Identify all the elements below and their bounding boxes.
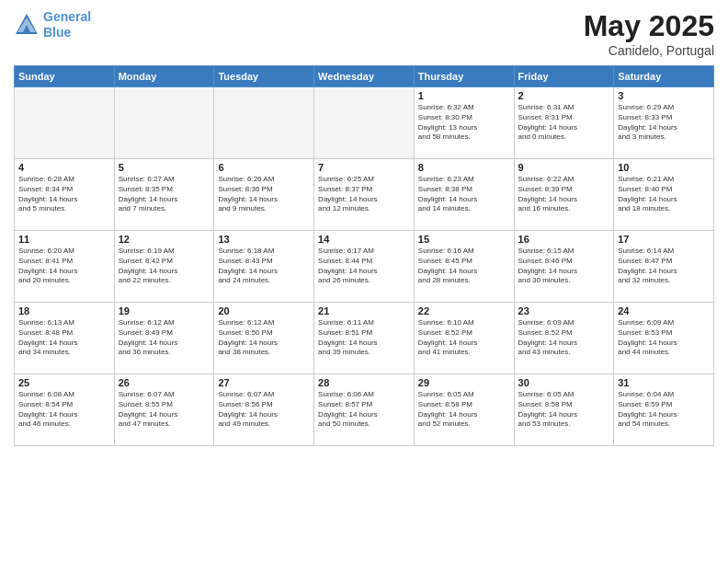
day-number: 17 (618, 234, 710, 245)
cell-info: Sunrise: 6:32 AMSunset: 8:30 PMDaylight:… (418, 103, 510, 143)
day-number: 26 (119, 377, 210, 388)
day-number: 18 (18, 305, 110, 316)
day-number: 20 (218, 305, 310, 316)
calendar-cell (114, 87, 214, 159)
calendar-cell: 22Sunrise: 6:10 AMSunset: 8:52 PMDayligh… (414, 303, 514, 374)
week-row-5: 25Sunrise: 6:08 AMSunset: 8:54 PMDayligh… (15, 374, 714, 446)
cell-info: Sunrise: 6:16 AMSunset: 8:45 PMDaylight:… (418, 247, 510, 286)
weekday-header-monday: Monday (114, 66, 214, 87)
calendar-cell: 5Sunrise: 6:27 AMSunset: 8:35 PMDaylight… (114, 159, 214, 231)
main-title: May 2025 (584, 9, 714, 43)
calendar-cell: 21Sunrise: 6:11 AMSunset: 8:51 PMDayligh… (314, 303, 415, 374)
calendar-cell: 23Sunrise: 6:09 AMSunset: 8:52 PMDayligh… (514, 303, 614, 374)
calendar-cell: 4Sunrise: 6:28 AMSunset: 8:34 PMDaylight… (15, 159, 115, 231)
subtitle: Canidelo, Portugal (584, 43, 714, 58)
day-number: 15 (418, 234, 510, 245)
cell-info: Sunrise: 6:12 AMSunset: 8:49 PMDaylight:… (119, 318, 210, 358)
calendar-table: SundayMondayTuesdayWednesdayThursdayFrid… (14, 65, 714, 446)
calendar-cell (15, 87, 115, 159)
weekday-header-row: SundayMondayTuesdayWednesdayThursdayFrid… (15, 66, 714, 87)
cell-info: Sunrise: 6:10 AMSunset: 8:52 PMDaylight:… (418, 318, 510, 358)
logo-general: General (43, 9, 91, 24)
day-number: 11 (18, 234, 110, 245)
calendar-cell (214, 87, 314, 159)
cell-info: Sunrise: 6:15 AMSunset: 8:46 PMDaylight:… (518, 247, 610, 286)
calendar-cell: 2Sunrise: 6:31 AMSunset: 8:31 PMDaylight… (514, 87, 614, 159)
day-number: 23 (518, 305, 610, 316)
cell-info: Sunrise: 6:18 AMSunset: 8:43 PMDaylight:… (218, 247, 310, 286)
day-number: 8 (418, 162, 510, 173)
day-number: 12 (119, 234, 210, 245)
cell-info: Sunrise: 6:19 AMSunset: 8:42 PMDaylight:… (119, 247, 210, 286)
calendar-cell (314, 87, 415, 159)
title-block: May 2025 Canidelo, Portugal (584, 9, 714, 58)
calendar-cell: 26Sunrise: 6:07 AMSunset: 8:55 PMDayligh… (114, 374, 214, 446)
day-number: 13 (218, 234, 310, 245)
logo-icon (14, 12, 40, 38)
logo-blue: Blue (43, 25, 91, 40)
calendar-cell: 13Sunrise: 6:18 AMSunset: 8:43 PMDayligh… (214, 231, 314, 303)
calendar-cell: 28Sunrise: 6:06 AMSunset: 8:57 PMDayligh… (314, 374, 415, 446)
day-number: 4 (18, 162, 110, 173)
page-container: General Blue May 2025 Canidelo, Portugal… (0, 0, 728, 563)
cell-info: Sunrise: 6:29 AMSunset: 8:33 PMDaylight:… (618, 103, 710, 143)
cell-info: Sunrise: 6:06 AMSunset: 8:57 PMDaylight:… (318, 390, 410, 430)
calendar-cell: 25Sunrise: 6:08 AMSunset: 8:54 PMDayligh… (15, 374, 115, 446)
cell-info: Sunrise: 6:05 AMSunset: 8:58 PMDaylight:… (518, 390, 610, 430)
cell-info: Sunrise: 6:22 AMSunset: 8:39 PMDaylight:… (518, 175, 610, 214)
calendar-cell: 31Sunrise: 6:04 AMSunset: 8:59 PMDayligh… (614, 374, 714, 446)
weekday-header-friday: Friday (514, 66, 614, 87)
calendar-cell: 10Sunrise: 6:21 AMSunset: 8:40 PMDayligh… (614, 159, 714, 231)
day-number: 10 (618, 162, 710, 173)
cell-info: Sunrise: 6:27 AMSunset: 8:35 PMDaylight:… (119, 175, 210, 214)
calendar-cell: 7Sunrise: 6:25 AMSunset: 8:37 PMDaylight… (314, 159, 415, 231)
day-number: 24 (618, 305, 710, 316)
day-number: 6 (218, 162, 310, 173)
calendar-cell: 19Sunrise: 6:12 AMSunset: 8:49 PMDayligh… (114, 303, 214, 374)
week-row-3: 11Sunrise: 6:20 AMSunset: 8:41 PMDayligh… (15, 231, 714, 303)
cell-info: Sunrise: 6:28 AMSunset: 8:34 PMDaylight:… (18, 175, 110, 214)
cell-info: Sunrise: 6:31 AMSunset: 8:31 PMDaylight:… (518, 103, 610, 143)
cell-info: Sunrise: 6:20 AMSunset: 8:41 PMDaylight:… (18, 247, 110, 286)
cell-info: Sunrise: 6:05 AMSunset: 8:58 PMDaylight:… (418, 390, 510, 430)
logo: General Blue (14, 9, 91, 40)
cell-info: Sunrise: 6:04 AMSunset: 8:59 PMDaylight:… (618, 390, 710, 430)
weekday-header-saturday: Saturday (614, 66, 714, 87)
calendar-cell: 29Sunrise: 6:05 AMSunset: 8:58 PMDayligh… (414, 374, 514, 446)
weekday-header-thursday: Thursday (414, 66, 514, 87)
day-number: 19 (119, 305, 210, 316)
calendar-cell: 24Sunrise: 6:09 AMSunset: 8:53 PMDayligh… (614, 303, 714, 374)
calendar-cell: 11Sunrise: 6:20 AMSunset: 8:41 PMDayligh… (15, 231, 115, 303)
day-number: 1 (418, 90, 510, 101)
cell-info: Sunrise: 6:07 AMSunset: 8:55 PMDaylight:… (119, 390, 210, 430)
cell-info: Sunrise: 6:11 AMSunset: 8:51 PMDaylight:… (318, 318, 410, 358)
day-number: 28 (318, 377, 410, 388)
cell-info: Sunrise: 6:13 AMSunset: 8:48 PMDaylight:… (18, 318, 110, 358)
calendar-cell: 1Sunrise: 6:32 AMSunset: 8:30 PMDaylight… (414, 87, 514, 159)
weekday-header-sunday: Sunday (15, 66, 115, 87)
calendar-cell: 6Sunrise: 6:26 AMSunset: 8:36 PMDaylight… (214, 159, 314, 231)
day-number: 29 (418, 377, 510, 388)
day-number: 5 (119, 162, 210, 173)
cell-info: Sunrise: 6:14 AMSunset: 8:47 PMDaylight:… (618, 247, 710, 286)
day-number: 9 (518, 162, 610, 173)
day-number: 16 (518, 234, 610, 245)
week-row-4: 18Sunrise: 6:13 AMSunset: 8:48 PMDayligh… (15, 303, 714, 374)
calendar-cell: 20Sunrise: 6:12 AMSunset: 8:50 PMDayligh… (214, 303, 314, 374)
calendar-cell: 14Sunrise: 6:17 AMSunset: 8:44 PMDayligh… (314, 231, 415, 303)
cell-info: Sunrise: 6:09 AMSunset: 8:52 PMDaylight:… (518, 318, 610, 358)
cell-info: Sunrise: 6:23 AMSunset: 8:38 PMDaylight:… (418, 175, 510, 214)
day-number: 2 (518, 90, 610, 101)
calendar-cell: 3Sunrise: 6:29 AMSunset: 8:33 PMDaylight… (614, 87, 714, 159)
day-number: 7 (318, 162, 410, 173)
day-number: 22 (418, 305, 510, 316)
cell-info: Sunrise: 6:09 AMSunset: 8:53 PMDaylight:… (618, 318, 710, 358)
weekday-header-tuesday: Tuesday (214, 66, 314, 87)
calendar-cell: 8Sunrise: 6:23 AMSunset: 8:38 PMDaylight… (414, 159, 514, 231)
calendar-cell: 12Sunrise: 6:19 AMSunset: 8:42 PMDayligh… (114, 231, 214, 303)
cell-info: Sunrise: 6:12 AMSunset: 8:50 PMDaylight:… (218, 318, 310, 358)
calendar-cell: 17Sunrise: 6:14 AMSunset: 8:47 PMDayligh… (614, 231, 714, 303)
cell-info: Sunrise: 6:21 AMSunset: 8:40 PMDaylight:… (618, 175, 710, 214)
cell-info: Sunrise: 6:08 AMSunset: 8:54 PMDaylight:… (18, 390, 110, 430)
calendar-cell: 9Sunrise: 6:22 AMSunset: 8:39 PMDaylight… (514, 159, 614, 231)
